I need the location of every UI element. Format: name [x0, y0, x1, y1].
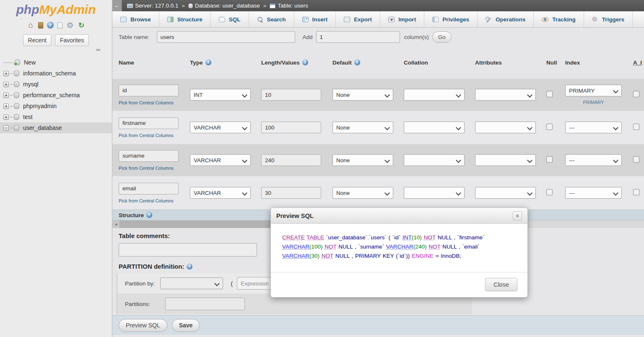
phpmyadmin-logo[interactable]: phpMyAdmin	[0, 0, 112, 17]
length-input[interactable]	[261, 89, 321, 101]
index-select[interactable]: PRIMARY	[565, 85, 622, 96]
table-comments-input[interactable]	[119, 243, 257, 257]
tree-item-new[interactable]: New	[0, 57, 112, 68]
default-select[interactable]: None	[332, 122, 393, 133]
type-select[interactable]: VARCHAR	[190, 122, 251, 133]
expand-plus-icon[interactable]: +	[3, 71, 9, 76]
help-icon[interactable]	[47, 22, 54, 29]
home-icon[interactable]	[27, 21, 34, 29]
null-checkbox[interactable]	[546, 189, 553, 195]
back-arrow-button[interactable]: ←	[112, 0, 122, 11]
help-icon[interactable]	[302, 60, 308, 65]
help-icon[interactable]	[187, 264, 192, 270]
tree-item-user-database[interactable]: − user_database	[0, 122, 112, 133]
breadcrumb-table[interactable]: Table: users	[270, 3, 308, 9]
index-select[interactable]: ---	[565, 122, 622, 133]
breadcrumb-server[interactable]: Server: 127.0.0.1	[127, 3, 179, 9]
tree-item-phpmyadmin[interactable]: + phpmyadmin	[0, 101, 112, 111]
column-name-input[interactable]	[119, 150, 179, 162]
index-select[interactable]: ---	[565, 187, 622, 199]
default-select[interactable]: None	[332, 187, 393, 199]
attributes-select[interactable]	[475, 154, 536, 166]
tab-import[interactable]: Import	[380, 11, 424, 27]
auto-increment-checkbox[interactable]	[633, 189, 639, 195]
add-columns-input[interactable]	[316, 31, 400, 43]
column-name-input[interactable]	[119, 117, 179, 129]
tab-tracking[interactable]: Tracking	[534, 11, 584, 27]
tab-insert[interactable]: Insert	[294, 11, 336, 27]
go-button[interactable]: Go	[432, 31, 452, 43]
null-checkbox[interactable]	[546, 124, 553, 130]
tab-browse[interactable]: Browse	[112, 11, 159, 27]
length-input[interactable]	[261, 122, 321, 133]
expand-plus-icon[interactable]: +	[3, 93, 9, 98]
type-select[interactable]: VARCHAR	[190, 154, 251, 166]
expand-plus-icon[interactable]: +	[3, 104, 9, 109]
expand-plus-icon[interactable]: +	[3, 114, 9, 120]
save-button[interactable]: Save	[172, 319, 200, 332]
central-columns-link[interactable]: Pick from Central Columns	[119, 100, 190, 105]
length-input[interactable]	[261, 154, 321, 166]
tab-search[interactable]: Search	[249, 11, 294, 27]
partition-by-label: Partition by:	[125, 280, 155, 287]
null-checkbox[interactable]	[546, 156, 553, 163]
recent-button[interactable]: Recent	[23, 34, 52, 46]
logout-icon[interactable]	[38, 22, 43, 29]
help-icon[interactable]	[354, 60, 360, 65]
default-select[interactable]: None	[332, 89, 393, 101]
preview-sql-button[interactable]: Preview SQL	[119, 319, 167, 332]
tab-operations[interactable]: Operations	[478, 11, 534, 27]
settings-gear-icon[interactable]	[66, 21, 74, 29]
collation-select[interactable]	[404, 122, 465, 133]
database-icon	[14, 125, 19, 131]
help-icon[interactable]	[205, 60, 211, 65]
breadcrumb-separator: »	[182, 3, 185, 9]
central-columns-link[interactable]: Pick from Central Columns	[119, 166, 190, 171]
type-select[interactable]: VARCHAR	[190, 187, 251, 199]
partition-by-select[interactable]	[160, 277, 223, 289]
tab-sql[interactable]: SQL	[211, 11, 249, 27]
reload-icon[interactable]	[78, 21, 85, 29]
auto-increment-checkbox[interactable]	[633, 124, 639, 130]
index-select[interactable]: ---	[565, 154, 622, 166]
close-icon[interactable]: ×	[513, 211, 522, 220]
central-columns-link[interactable]: Pick from Central Columns	[119, 133, 190, 138]
attributes-select[interactable]	[475, 89, 536, 101]
header-null: Null	[546, 60, 565, 66]
length-input[interactable]	[261, 187, 321, 199]
collapse-minus-icon[interactable]: −	[3, 125, 9, 131]
link-chain-icon[interactable]: ∞	[96, 46, 100, 53]
tree-item-performance-schema[interactable]: + performance_schema	[0, 90, 112, 101]
collation-select[interactable]	[404, 89, 465, 101]
documentation-icon[interactable]	[57, 22, 62, 29]
auto-increment-checkbox[interactable]	[633, 156, 639, 163]
favorites-button[interactable]: Favorites	[55, 34, 89, 46]
central-columns-link[interactable]: Pick from Central Columns	[119, 198, 190, 203]
auto-increment-checkbox[interactable]	[633, 91, 639, 97]
help-icon[interactable]	[146, 212, 152, 218]
tab-privileges[interactable]: Privileges	[424, 11, 478, 27]
close-button[interactable]: Close	[485, 278, 517, 291]
tree-item-information-schema[interactable]: + information_schema	[0, 68, 112, 79]
tree-item-test[interactable]: + test	[0, 111, 112, 122]
default-select[interactable]: None	[332, 154, 393, 166]
partitions-count-input[interactable]	[165, 298, 245, 310]
table-name-input[interactable]	[157, 31, 295, 43]
collation-select[interactable]	[404, 187, 465, 199]
type-select[interactable]: INT	[190, 89, 251, 101]
column-name-input[interactable]	[119, 85, 179, 96]
collation-select[interactable]	[404, 154, 465, 166]
tree-item-mysql[interactable]: + mysql	[0, 79, 112, 90]
tab-export[interactable]: Export	[336, 11, 380, 27]
null-checkbox[interactable]	[546, 91, 553, 97]
scroll-left-arrow[interactable]: ◄	[112, 220, 119, 228]
attributes-select[interactable]	[475, 187, 536, 199]
tab-structure[interactable]: Structure	[159, 11, 211, 27]
operations-wrench-icon	[486, 17, 492, 22]
attributes-select[interactable]	[475, 122, 536, 133]
column-name-input[interactable]	[119, 183, 179, 194]
tree-label: New	[24, 59, 36, 66]
expand-plus-icon[interactable]: +	[3, 82, 9, 87]
tab-triggers[interactable]: Triggers	[584, 11, 633, 27]
breadcrumb-database[interactable]: Database: user_database	[188, 3, 260, 9]
